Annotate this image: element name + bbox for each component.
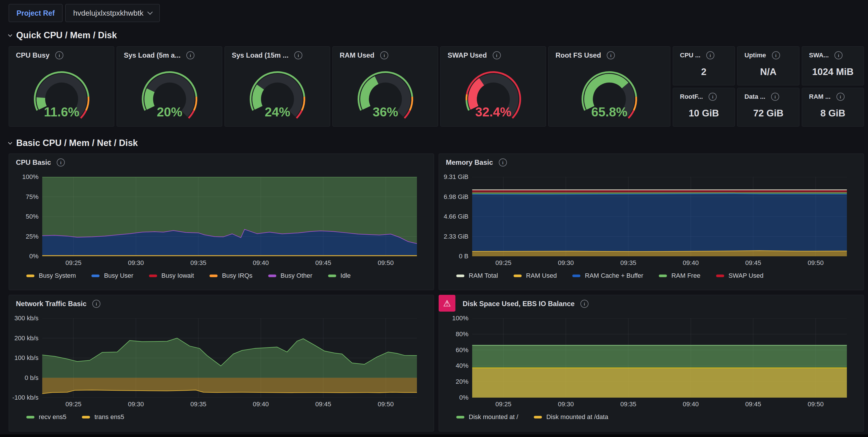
x-tick-label: 09:25 [56, 401, 91, 408]
section-quick-cpu-mem-disk[interactable]: Quick CPU / Mem / Disk [9, 30, 117, 40]
legend-item[interactable]: recv ens5 [26, 413, 66, 421]
panel-header[interactable]: CPU ... [673, 47, 735, 59]
panel-uptime: Uptime N/A [737, 46, 799, 85]
project-ref-dropdown[interactable]: hvdelujxlxstpxkhwbtk [65, 4, 160, 22]
info-icon[interactable] [493, 51, 501, 59]
info-icon[interactable] [772, 51, 780, 59]
panel-header[interactable]: Root FS Used [549, 47, 670, 59]
project-ref-label-button[interactable]: Project Ref [9, 4, 62, 22]
legend-item[interactable]: Busy Iowait [149, 272, 194, 280]
legend-series-color-icon [26, 274, 34, 277]
panel-header[interactable]: Disk Space Used, EBS IO Balance [439, 295, 864, 308]
x-tick-label: 09:45 [306, 401, 341, 408]
grafana-dashboard: Project Ref hvdelujxlxstpxkhwbtk Quick C… [0, 0, 868, 434]
info-icon[interactable] [55, 51, 63, 59]
legend-item[interactable]: Busy IRQs [210, 272, 252, 280]
panel-header[interactable]: Data ... [738, 88, 799, 101]
legend-series-color-icon [328, 274, 336, 277]
panel-network-traffic-basic: Network Traffic Basic recv ens5trans ens… [9, 295, 434, 432]
legend-item[interactable]: RAM Used [514, 272, 557, 280]
x-tick-label: 09:30 [549, 401, 583, 408]
legend-series-color-icon [716, 274, 724, 277]
panel-header[interactable]: RootF... [673, 88, 735, 101]
legend-series-label: SWAP Used [728, 272, 764, 280]
y-tick-label: 0 b/s [9, 374, 38, 382]
panel-title: CPU Busy [16, 51, 50, 59]
info-icon[interactable] [580, 300, 589, 308]
legend-item[interactable]: RAM Cache + Buffer [572, 272, 643, 280]
dashboard-toolbar: Project Ref hvdelujxlxstpxkhwbtk [9, 4, 160, 22]
gauge-svg: 24% [234, 65, 321, 121]
x-tick-label: 09:30 [549, 259, 583, 267]
gauge-value: 36% [372, 105, 398, 119]
info-icon[interactable] [771, 93, 779, 101]
gauge-value: 24% [265, 105, 290, 119]
panel-header[interactable]: Sys Load (5m a... [117, 47, 222, 59]
panel-header[interactable]: SWA... [802, 47, 864, 59]
cpu-busy-gauge: 11.6% [9, 62, 114, 124]
disk-space-plot[interactable] [472, 318, 847, 398]
memory-basic-plot[interactable] [472, 177, 847, 256]
panel-title: CPU Basic [16, 158, 51, 167]
legend-item[interactable]: Disk mounted at /data [534, 413, 608, 421]
info-icon[interactable] [834, 51, 842, 59]
legend-item[interactable]: RAM Free [659, 272, 700, 280]
gauge-value: 11.6% [44, 105, 79, 119]
y-tick-label: 80% [439, 330, 468, 338]
chevron-down-icon [8, 141, 12, 145]
alert-icon[interactable]: ⚠ [439, 295, 456, 312]
chart-svg [42, 177, 417, 256]
panel-header[interactable]: Uptime [738, 47, 799, 59]
info-icon[interactable] [92, 300, 100, 308]
legend-item[interactable]: SWAP Used [716, 272, 764, 280]
legend-item[interactable]: Disk mounted at / [456, 413, 518, 421]
legend-series-label: Busy System [39, 272, 76, 280]
panel-header[interactable]: RAM Used [333, 47, 438, 59]
legend-item[interactable]: Busy System [26, 272, 76, 280]
panel-header[interactable]: RAM ... [802, 88, 864, 101]
y-tick-label: 100% [9, 173, 38, 181]
info-icon[interactable] [706, 51, 714, 59]
panel-title: RAM ... [809, 93, 831, 100]
section-basic-cpu-mem-net-disk[interactable]: Basic CPU / Mem / Net / Disk [9, 138, 138, 148]
y-tick-label: 0% [439, 394, 468, 401]
legend-series-color-icon [456, 274, 464, 277]
legend-item[interactable]: Busy Other [268, 272, 312, 280]
y-tick-label: 2.33 GiB [439, 233, 468, 240]
info-icon[interactable] [709, 93, 717, 101]
legend-series-label: Disk mounted at /data [546, 413, 608, 421]
info-icon[interactable] [607, 51, 615, 59]
panel-header[interactable]: Memory Basic [439, 154, 864, 167]
legend-item[interactable]: Idle [328, 272, 351, 280]
panel-disk-space-ebs: ⚠ Disk Space Used, EBS IO Balance Disk m… [439, 295, 864, 432]
info-icon[interactable] [380, 51, 388, 59]
panel-title: RootF... [680, 93, 703, 100]
info-icon[interactable] [57, 158, 65, 167]
panel-header[interactable]: Network Traffic Basic [9, 295, 434, 308]
info-icon[interactable] [836, 93, 844, 101]
network-traffic-plot[interactable] [42, 318, 417, 398]
legend-item[interactable]: RAM Total [456, 272, 498, 280]
cpu-basic-plot[interactable] [42, 177, 417, 256]
legend-series-label: recv ens5 [39, 413, 66, 421]
panel-header[interactable]: Sys Load (15m ... [225, 47, 330, 59]
x-tick-label: 09:40 [243, 259, 278, 267]
x-tick-label: 09:40 [243, 401, 278, 408]
legend-series-color-icon [26, 416, 34, 418]
legend-series-label: Busy Iowait [161, 272, 194, 280]
panel-title: SWAP Used [447, 51, 487, 59]
legend-item[interactable]: Busy User [91, 272, 133, 280]
y-tick-label: 20% [439, 378, 468, 385]
legend-series-color-icon [82, 416, 90, 418]
legend-item[interactable]: trans ens5 [82, 413, 124, 421]
info-icon[interactable] [294, 51, 302, 59]
panel-header[interactable]: SWAP Used [441, 47, 546, 59]
gauge-svg: 65.8% [566, 65, 653, 121]
panel-header[interactable]: CPU Basic [9, 154, 434, 167]
panel-header[interactable]: CPU Busy [9, 47, 114, 59]
panel-data-fs-total: Data ... 72 GiB [737, 88, 799, 126]
gauge-value: 20% [157, 105, 182, 119]
y-tick-label: 9.31 GiB [439, 173, 468, 181]
info-icon[interactable] [186, 51, 194, 59]
info-icon[interactable] [499, 158, 507, 167]
